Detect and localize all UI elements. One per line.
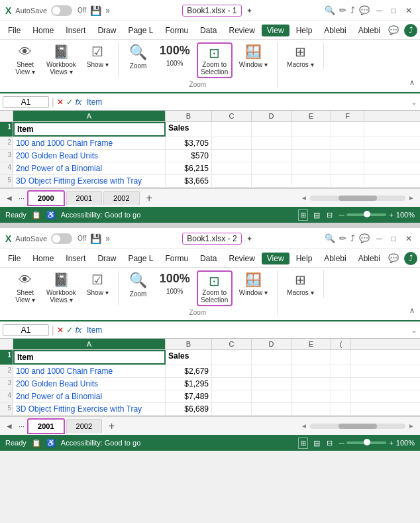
min-btn-2[interactable]: ─	[374, 234, 385, 243]
menu-data-2[interactable]: Data	[195, 253, 222, 264]
cell-c-3-1[interactable]	[212, 150, 252, 162]
col-header-f-1[interactable]: F	[331, 111, 364, 121]
cell-item-5-1[interactable]: 3D Object Fitting Exercise with Tray	[13, 175, 166, 187]
cell-reference-1[interactable]	[3, 96, 49, 108]
cell-c-1-1[interactable]	[212, 122, 252, 137]
menu-help-2[interactable]: Help	[291, 253, 318, 264]
tab-2001-1[interactable]: 2001	[66, 191, 102, 205]
cell-c-2-2[interactable]	[212, 365, 252, 377]
cell-d-2-1[interactable]	[252, 137, 291, 149]
search-icon-2[interactable]: 🔍	[325, 233, 335, 243]
formula-cancel-icon-2[interactable]: ✕	[57, 325, 64, 335]
zoom-to-selection-btn-2[interactable]: ⊡ Zoom toSelection	[197, 270, 233, 306]
cell-sales-2-2[interactable]: $2,679	[166, 365, 212, 377]
share-icon-2[interactable]: ⤴	[350, 233, 355, 243]
menu-file-2[interactable]: File	[3, 253, 26, 264]
cell-f-4-1[interactable]	[331, 162, 364, 174]
cell-c-4-1[interactable]	[212, 162, 252, 174]
zoom-percent-1[interactable]: 100%	[396, 211, 415, 219]
tab-add-2[interactable]: +	[103, 420, 120, 432]
cell-e-1-1[interactable]	[291, 122, 331, 137]
save-icon-2[interactable]: 💾	[90, 233, 101, 244]
save-icon-1[interactable]: 💾	[90, 5, 101, 16]
cell-e-3-2[interactable]	[291, 378, 331, 390]
menu-page-2[interactable]: Page L	[123, 253, 158, 264]
formula-confirm-icon-2[interactable]: ✓	[66, 325, 73, 335]
cell-sales-4-1[interactable]: $6,215	[166, 162, 212, 174]
chat-icon-1[interactable]: 💬	[359, 5, 370, 15]
accessibility-icon-1[interactable]: ♿	[46, 211, 56, 219]
workbook-views-btn-1[interactable]: 📓 WorkbookViews ▾	[42, 42, 80, 77]
formula-input-2[interactable]	[84, 325, 408, 335]
sheet-view-btn-2[interactable]: 👁 SheetView ▾	[11, 270, 40, 305]
formula-input-1[interactable]	[84, 97, 408, 107]
more-arrow-2[interactable]: »	[105, 234, 110, 243]
workbook-views-btn-2[interactable]: 📓 WorkbookViews ▾	[42, 270, 80, 305]
chat-icon-2[interactable]: 💬	[359, 233, 370, 243]
zoom-out-btn-2[interactable]: ─	[339, 439, 344, 447]
show-btn-2[interactable]: ☑ Show ▾	[83, 270, 113, 298]
cell-d-1-2[interactable]	[252, 350, 291, 365]
cell-f-4-2[interactable]	[331, 390, 351, 402]
cell-c-5-2[interactable]	[212, 403, 252, 415]
cell-d-4-1[interactable]	[252, 162, 291, 174]
tab-prev-1[interactable]: ◄	[3, 194, 16, 203]
menu-formu-1[interactable]: Formu	[160, 25, 193, 36]
col-header-b-2[interactable]: B	[166, 339, 212, 349]
zoom-out-btn-1[interactable]: ─	[339, 211, 344, 219]
menu-chat-icon-2[interactable]: 💬	[388, 253, 399, 263]
cell-f-5-1[interactable]	[331, 175, 364, 187]
tab-2000-1[interactable]: 2000	[27, 190, 64, 206]
menu-file-1[interactable]: File	[3, 25, 26, 36]
min-btn-1[interactable]: ─	[374, 6, 385, 15]
cell-item-3-2[interactable]: 200 Golden Bead Units	[13, 378, 166, 390]
tab-ellipsis-2[interactable]: ···	[16, 422, 27, 430]
tab-2002-2[interactable]: 2002	[66, 419, 102, 433]
cell-d-5-2[interactable]	[252, 403, 291, 415]
cell-f-1-2[interactable]	[331, 350, 351, 365]
menu-draw-1[interactable]: Draw	[92, 25, 121, 36]
star-icon-2[interactable]: ✦	[246, 235, 252, 243]
tab-add-1[interactable]: +	[141, 192, 158, 204]
cell-e-5-1[interactable]	[291, 175, 331, 187]
menu-share-icon-1[interactable]: ⤴	[404, 24, 417, 37]
sheet-view-btn-1[interactable]: 👁 SheetView ▾	[11, 42, 40, 77]
menu-share-icon-2[interactable]: ⤴	[404, 252, 417, 265]
cell-sales-3-2[interactable]: $1,295	[166, 378, 212, 390]
cell-d-3-2[interactable]	[252, 378, 291, 390]
star-icon-1[interactable]: ✦	[246, 7, 252, 15]
cell-e-4-2[interactable]	[291, 390, 331, 402]
cell-sales-5-2[interactable]: $6,689	[166, 403, 212, 415]
cell-sales-header-2[interactable]: Sales	[166, 350, 212, 365]
share-icon-1[interactable]: ⤴	[350, 5, 355, 15]
menu-review-1[interactable]: Review	[223, 25, 260, 36]
tab-ellipsis-1[interactable]: ···	[16, 194, 27, 202]
cell-d-4-2[interactable]	[252, 390, 291, 402]
close-btn-2[interactable]: ✕	[403, 234, 415, 243]
col-header-f-2[interactable]: (	[331, 339, 351, 349]
zoom-slider-2[interactable]	[346, 441, 386, 444]
col-header-b-1[interactable]: B	[166, 111, 212, 121]
close-btn-1[interactable]: ✕	[403, 6, 415, 15]
cell-f-2-1[interactable]	[331, 137, 364, 149]
scroll-left-1[interactable]: ◄	[301, 194, 307, 202]
accessibility-icon-2[interactable]: ♿	[46, 439, 56, 447]
cell-e-4-1[interactable]	[291, 162, 331, 174]
scroll-left-2[interactable]: ◄	[301, 422, 307, 430]
page-layout-icon-1[interactable]: ▤	[312, 210, 321, 220]
macros-btn-1[interactable]: ⊞ Macros ▾	[283, 42, 318, 70]
menu-home-1[interactable]: Home	[27, 25, 59, 36]
more-arrow-1[interactable]: »	[105, 6, 110, 15]
col-header-e-2[interactable]: E	[291, 339, 331, 349]
menu-ablebi2-2[interactable]: Ablebi	[353, 253, 386, 264]
page-break-icon-2[interactable]: ⊟	[325, 438, 334, 448]
cell-item-header-1[interactable]: Item	[13, 122, 166, 137]
menu-ablebi1-1[interactable]: Ablebi	[319, 25, 351, 36]
pen-icon-1[interactable]: ✏	[339, 5, 346, 15]
ribbon-collapse-arrow-1[interactable]: ∧	[409, 78, 415, 88]
col-header-d-1[interactable]: D	[252, 111, 291, 121]
pen-icon-2[interactable]: ✏	[339, 233, 346, 243]
cell-reference-2[interactable]	[3, 324, 49, 336]
formula-fx-icon-1[interactable]: fx	[76, 97, 81, 107]
cell-sales-4-2[interactable]: $7,489	[166, 390, 212, 402]
